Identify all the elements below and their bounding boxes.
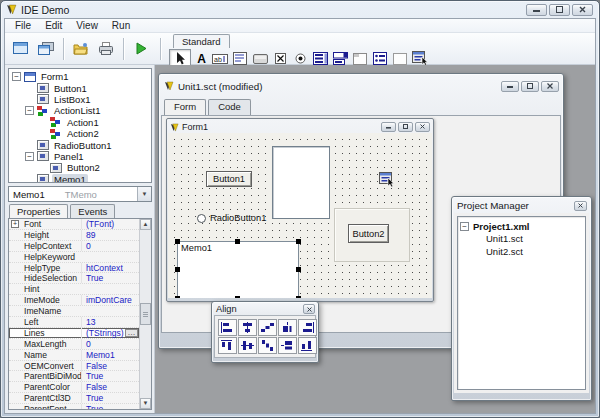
tree-item-listbox1[interactable]: ListBox1 [9,94,151,105]
selection-handle[interactable] [296,267,301,272]
property-row-name[interactable]: NameMemo1 [9,350,139,361]
align-horizontal-centers-button[interactable] [238,319,257,336]
project-manager-titlebar[interactable]: Project Manager [454,199,589,213]
designed-radiobutton1[interactable]: RadioButton1 [197,213,266,223]
property-value[interactable]: 0 [81,339,139,349]
selection-handle[interactable] [296,296,301,298]
align-top-edges-button[interactable] [218,337,237,354]
menu-item-run[interactable]: Run [105,19,137,32]
project-file-unit2.sct[interactable]: Unit2.sct [460,245,583,258]
property-value[interactable]: True [81,393,139,403]
property-value[interactable]: True [81,404,139,409]
menu-item-edit[interactable]: Edit [38,19,69,32]
minimize-button[interactable] [501,81,519,92]
tree-item-radiobutton1[interactable]: RadioButton1 [9,139,151,150]
align-right-edges-button[interactable] [298,319,317,336]
property-value[interactable]: 13 [81,317,139,327]
property-row-parentcolor[interactable]: ParentColorFalse [9,382,139,393]
property-value[interactable]: True [81,371,139,381]
new-form-button[interactable] [10,39,32,59]
minimize-button[interactable] [526,4,547,16]
property-row-maxlength[interactable]: MaxLength0 [9,339,139,350]
palette-tab-standard[interactable]: Standard [173,34,230,48]
align-bottom-edges-button[interactable] [298,337,317,354]
property-row-parentfont[interactable]: ParentFontTrue [9,404,139,409]
menu-item-file[interactable]: File [8,19,38,32]
maximize-button[interactable] [521,81,539,92]
designed-panel1[interactable]: Button2 [334,208,410,262]
ellipsis-button[interactable]: … [125,329,138,338]
selection-handle[interactable] [235,296,240,298]
close-button[interactable] [303,304,315,314]
scroll-down-icon[interactable]: ▼ [140,398,151,409]
app-titlebar[interactable]: IDE Demo [1,1,599,17]
tree-item-actionlist1[interactable]: −ActionList1 [9,105,151,116]
property-row-imename[interactable]: ImeName [9,306,139,317]
tree-item-panel1[interactable]: −Panel1 [9,151,151,162]
align-titlebar[interactable]: Align [214,304,316,315]
combo-dropdown-icon[interactable]: ▼ [137,187,151,201]
close-button[interactable] [574,201,587,211]
print-button[interactable] [95,39,117,59]
selection-handle[interactable] [175,267,180,272]
tree-item-action2[interactable]: Action2 [9,128,151,139]
object-selector-combo[interactable]: Memo1 TMemo ▼ [8,186,152,202]
space-equally-vertically-button[interactable] [258,337,277,354]
designed-button1[interactable]: Button1 [206,171,252,187]
project-file-unit1.sct[interactable]: Unit1.sct [460,233,583,246]
tab-form[interactable]: Form [164,99,206,115]
property-value[interactable]: False [81,361,139,371]
property-row-helpcontext[interactable]: HelpContext0 [9,241,139,252]
tree-item-form1[interactable]: −Form1 [9,71,151,82]
scroll-up-icon[interactable]: ▲ [140,219,151,230]
designed-memo1[interactable]: Memo1 [177,241,299,298]
property-value[interactable]: (TFont) [81,219,139,229]
view-windows-button[interactable] [35,39,57,59]
minimize-button[interactable] [381,122,396,132]
designed-listbox1[interactable] [272,146,330,219]
inspector-scrollbar[interactable]: ▲ ▼ [139,219,151,409]
center-horizontally-in-window-button[interactable] [278,319,297,336]
unit1-titlebar[interactable]: Unit1.sct (modified) [161,76,561,97]
run-button[interactable] [130,39,152,59]
tree-collapse-icon[interactable]: − [25,106,34,115]
property-value[interactable]: False [81,382,139,392]
property-row-font[interactable]: +Font(TFont) [9,219,139,230]
designed-memo1-selected[interactable]: Memo1 [175,239,302,298]
property-row-hint[interactable]: Hint [9,284,139,295]
property-value[interactable]: imDontCare [81,295,139,305]
selection-handle[interactable] [235,239,240,244]
maximize-button[interactable] [549,4,570,16]
form1-titlebar[interactable]: Form1 [168,120,432,133]
center-vertically-in-window-button[interactable] [278,337,297,354]
property-row-parentbidimode[interactable]: ParentBiDiModeTrue [9,371,139,382]
tree-item-button1[interactable]: Button1 [9,82,151,93]
project-root-item[interactable]: −Project1.xml [460,220,583,233]
tab-code[interactable]: Code [208,99,251,115]
selection-handle[interactable] [296,239,301,244]
property-value[interactable]: True [81,273,139,283]
property-row-left[interactable]: Left13 [9,317,139,328]
property-row-oemconvert[interactable]: OEMConvertFalse [9,361,139,372]
form1-design-surface[interactable]: Button1 RadioButton1 Button2 [168,133,432,298]
property-value[interactable]: htContext [81,263,139,273]
open-button[interactable] [70,39,92,59]
align-left-edges-button[interactable] [218,319,237,336]
property-row-parentctl3d[interactable]: ParentCtl3DTrue [9,393,139,404]
maximize-button[interactable] [398,122,413,132]
tree-collapse-icon[interactable]: − [460,222,469,231]
property-row-imemode[interactable]: ImeModeimDontCare [9,295,139,306]
designed-button2[interactable]: Button2 [348,224,389,243]
tree-item-action1[interactable]: Action1 [9,117,151,128]
selection-handle[interactable] [175,296,180,298]
property-row-height[interactable]: Height89 [9,230,139,241]
tree-collapse-icon[interactable]: − [25,152,34,161]
tree-item-button2[interactable]: Button2 [9,162,151,173]
tree-item-memo1[interactable]: Memo1 [9,174,151,183]
close-button[interactable] [541,81,559,92]
property-value[interactable]: 0 [81,241,139,251]
property-row-hideselection[interactable]: HideSelectionTrue [9,273,139,284]
tab-properties[interactable]: Properties [9,204,68,218]
scroll-thumb[interactable] [140,303,151,325]
property-value[interactable]: Memo1 [81,350,139,360]
